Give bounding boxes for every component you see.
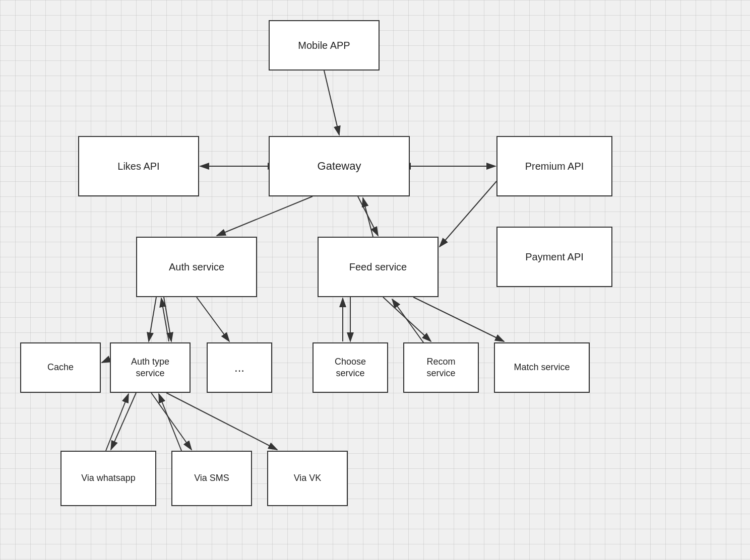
svg-line-13: [197, 297, 229, 341]
svg-line-20: [151, 393, 192, 450]
match-service-node: Match service: [494, 342, 590, 393]
payment-api-node: Payment API: [496, 227, 612, 287]
svg-line-19: [111, 393, 136, 450]
svg-line-6: [358, 196, 378, 236]
svg-line-8: [440, 181, 496, 247]
svg-line-18: [392, 299, 423, 342]
mobile-app-node: Mobile APP: [269, 20, 380, 71]
svg-line-2: [324, 71, 339, 135]
dots-node: ...: [207, 342, 272, 393]
svg-line-23: [159, 394, 181, 451]
svg-line-21: [166, 393, 277, 450]
auth-service-node: Auth service: [136, 237, 257, 297]
gateway-node: Gateway: [269, 136, 410, 196]
feed-service-node: Feed service: [318, 237, 439, 297]
auth-type-service-node: Auth type service: [110, 342, 191, 393]
via-whatsapp-node: Via whatsapp: [60, 451, 156, 506]
svg-line-7: [363, 198, 373, 237]
likes-api-node: Likes API: [78, 136, 199, 196]
diagram: Mobile APP Gateway Likes API Premium API…: [0, 0, 750, 560]
cache-node: Cache: [20, 342, 101, 393]
via-vk-node: Via VK: [267, 451, 348, 506]
premium-api-node: Premium API: [496, 136, 612, 196]
svg-line-17: [413, 297, 504, 341]
svg-line-5: [217, 196, 312, 236]
recom-service-node: Recom service: [403, 342, 479, 393]
choose-service-node: Choose service: [312, 342, 388, 393]
svg-line-16: [383, 297, 431, 341]
svg-line-10: [149, 297, 156, 341]
svg-line-11: [164, 297, 171, 341]
svg-line-22: [106, 394, 129, 451]
svg-line-12: [161, 298, 169, 341]
via-sms-node: Via SMS: [171, 451, 252, 506]
